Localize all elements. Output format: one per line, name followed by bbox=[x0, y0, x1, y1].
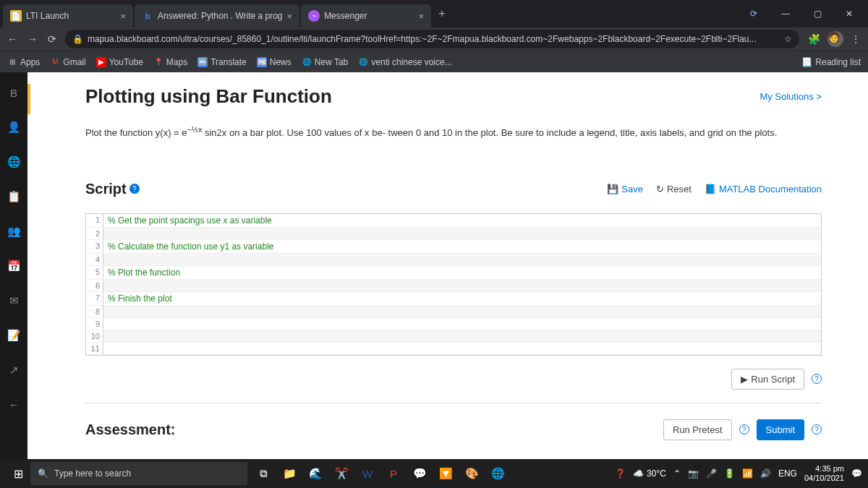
clock[interactable]: 4:35 pm 04/10/2021 bbox=[804, 464, 844, 483]
notifications-icon[interactable]: 💬 bbox=[851, 468, 862, 479]
reading-list-button[interactable]: 📃Reading list bbox=[801, 57, 861, 67]
volume-icon[interactable]: 🔊 bbox=[760, 468, 771, 479]
sidebar-icon[interactable]: 📋 bbox=[7, 190, 21, 203]
new-tab-button[interactable]: + bbox=[433, 4, 451, 23]
newtab-bookmark[interactable]: 🌐New Tab bbox=[302, 57, 348, 67]
browser-tab[interactable]: b Answered: Python . Write a prog × bbox=[135, 4, 299, 27]
news-icon: 📰 bbox=[257, 57, 267, 67]
translate-icon: 🔤 bbox=[197, 57, 208, 67]
close-panel-button[interactable]: ✕ bbox=[27, 84, 30, 114]
sidebar-icon[interactable]: B bbox=[10, 87, 17, 99]
sidebar-icon[interactable]: ↗ bbox=[9, 364, 19, 377]
windows-taskbar: ⊞ 🔍 Type here to search ⧉ 📁 🌊 ✂️ W P 💬 🔽… bbox=[0, 459, 868, 488]
list-icon: 📃 bbox=[801, 57, 812, 67]
language-indicator[interactable]: ENG bbox=[778, 468, 797, 479]
sidebar-icon[interactable]: 👥 bbox=[7, 225, 21, 238]
tab-favicon: 📄 bbox=[10, 10, 22, 22]
reload-button[interactable]: ⟳ bbox=[48, 33, 56, 45]
star-icon[interactable]: ☆ bbox=[784, 34, 792, 44]
help-icon[interactable]: ❓ bbox=[615, 468, 626, 479]
forward-button[interactable]: → bbox=[27, 33, 38, 45]
weather-widget[interactable]: ☁️30°C bbox=[633, 468, 666, 479]
tab-title: LTI Launch bbox=[26, 11, 116, 21]
url-input[interactable]: 🔒 mapua.blackboard.com/ultra/courses/_85… bbox=[65, 30, 799, 48]
sidebar-icon[interactable]: ← bbox=[9, 398, 20, 411]
word-icon[interactable]: W bbox=[357, 463, 378, 484]
powerpoint-icon[interactable]: P bbox=[383, 463, 404, 484]
sidebar-icon[interactable]: 📝 bbox=[7, 329, 21, 342]
problem-text: Plot the function y(x) = e−½x sin2x on a… bbox=[85, 124, 822, 140]
save-button[interactable]: 💾Save bbox=[607, 184, 643, 194]
my-solutions-link[interactable]: My Solutions > bbox=[760, 91, 822, 102]
run-pretest-button[interactable]: Run Pretest bbox=[663, 419, 732, 440]
sidebar-icon[interactable]: 🌐 bbox=[7, 155, 21, 168]
blackboard-sidebar: B 👤 🌐 📋 👥 📅 ✉ 📝 ↗ ← bbox=[0, 72, 27, 459]
close-icon[interactable]: × bbox=[419, 11, 425, 22]
wifi-icon[interactable]: 📶 bbox=[742, 468, 753, 479]
minimize-button[interactable]: — bbox=[770, 0, 801, 27]
sidebar-icon[interactable]: 👤 bbox=[7, 121, 21, 134]
maps-icon: 📍 bbox=[153, 57, 163, 67]
play-icon: ▶ bbox=[741, 374, 748, 385]
close-icon[interactable]: × bbox=[120, 11, 126, 22]
address-bar: ← → ⟳ 🔒 mapua.blackboard.com/ultra/cours… bbox=[0, 27, 868, 51]
youtube-bookmark[interactable]: ▶YouTube bbox=[96, 57, 143, 67]
edge-icon[interactable]: 🌊 bbox=[305, 463, 326, 484]
sidebar-icon[interactable]: ✉ bbox=[9, 294, 19, 307]
extension-icon[interactable]: 🧩 bbox=[808, 33, 820, 45]
browser-tab-strip: 📄 LTI Launch × b Answered: Python . Writ… bbox=[0, 0, 868, 27]
page-title: Plotting using Bar Function bbox=[85, 85, 332, 108]
snip-icon[interactable]: ✂️ bbox=[331, 463, 352, 484]
update-icon[interactable]: ⟳ bbox=[738, 0, 770, 27]
app-icon[interactable]: 🎨 bbox=[461, 463, 482, 484]
book-icon: 📘 bbox=[705, 184, 716, 194]
youtube-icon: ▶ bbox=[96, 57, 106, 67]
chrome-icon[interactable]: 🌐 bbox=[488, 463, 508, 484]
task-view-icon[interactable]: ⧉ bbox=[253, 463, 273, 484]
run-script-button[interactable]: ▶Run Script bbox=[731, 369, 804, 390]
divider bbox=[85, 403, 822, 403]
browser-tab[interactable]: ~ Messenger × bbox=[301, 4, 431, 27]
app-icon[interactable]: 🔽 bbox=[435, 463, 456, 484]
chrome-icon: 🌐 bbox=[358, 57, 368, 67]
code-editor[interactable]: 1% Get the point spacings use x as varia… bbox=[85, 213, 822, 356]
main-content: ✕ Plotting using Bar Function My Solutio… bbox=[27, 72, 868, 459]
app-icon[interactable]: 💬 bbox=[409, 463, 430, 484]
bookmark-bar: ⊞Apps MGmail ▶YouTube 📍Maps 🔤Translate 📰… bbox=[0, 51, 868, 72]
help-icon[interactable]: ? bbox=[812, 374, 822, 384]
help-icon[interactable]: ? bbox=[739, 424, 749, 435]
explorer-icon[interactable]: 📁 bbox=[279, 463, 299, 484]
news-bookmark[interactable]: 📰News bbox=[257, 57, 292, 67]
sidebar-icon[interactable]: 📅 bbox=[7, 260, 21, 273]
apps-bookmark[interactable]: ⊞Apps bbox=[7, 57, 40, 67]
start-button[interactable]: ⊞ bbox=[6, 467, 30, 481]
search-icon: 🔍 bbox=[38, 468, 48, 479]
script-heading: Script bbox=[85, 181, 127, 197]
tab-title: Answered: Python . Write a prog bbox=[158, 11, 283, 21]
close-icon[interactable]: × bbox=[287, 11, 293, 22]
browser-tab[interactable]: 📄 LTI Launch × bbox=[3, 4, 133, 27]
search-input[interactable]: 🔍 Type here to search bbox=[30, 462, 247, 485]
lock-icon: 🔒 bbox=[72, 34, 83, 44]
maps-bookmark[interactable]: 📍Maps bbox=[153, 57, 187, 67]
help-icon[interactable]: ? bbox=[812, 424, 822, 435]
gmail-bookmark[interactable]: MGmail bbox=[50, 57, 85, 67]
window-controls: ⟳ — ▢ ✕ bbox=[738, 0, 865, 27]
reset-button[interactable]: ↻Reset bbox=[656, 184, 692, 194]
submit-button[interactable]: Submit bbox=[757, 419, 804, 440]
menu-icon[interactable]: ⋮ bbox=[851, 33, 861, 45]
battery-icon[interactable]: 🔋 bbox=[724, 468, 735, 479]
tab-favicon: b bbox=[142, 10, 153, 22]
camera-icon[interactable]: 📷 bbox=[688, 468, 699, 479]
maximize-button[interactable]: ▢ bbox=[801, 0, 833, 27]
mic-icon[interactable]: 🎤 bbox=[706, 468, 717, 479]
tab-favicon: ~ bbox=[308, 10, 320, 22]
avatar-icon[interactable]: 🧑 bbox=[827, 31, 843, 47]
translate-bookmark[interactable]: 🔤Translate bbox=[197, 57, 247, 67]
close-window-button[interactable]: ✕ bbox=[833, 0, 865, 27]
venti-bookmark[interactable]: 🌐venti chinese voice... bbox=[358, 57, 451, 67]
back-button[interactable]: ← bbox=[7, 33, 17, 45]
matlab-docs-link[interactable]: 📘MATLAB Documentation bbox=[705, 184, 822, 194]
help-icon[interactable]: ? bbox=[129, 184, 140, 194]
chevron-up-icon[interactable]: ⌃ bbox=[673, 468, 681, 479]
